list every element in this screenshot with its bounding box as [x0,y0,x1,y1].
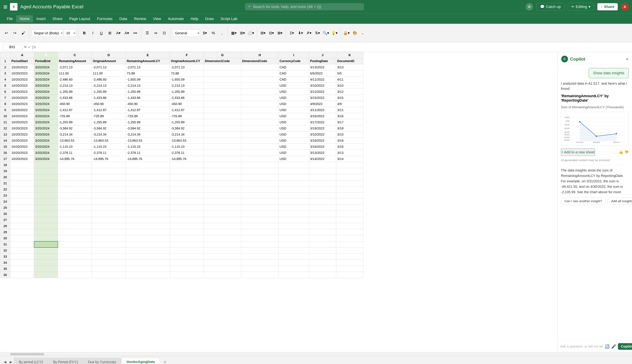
cell-D33[interactable] [92,254,126,260]
cell-D22[interactable] [92,186,126,192]
cell-B15[interactable]: 3/20/2024 [34,144,58,150]
cell-D4[interactable]: -2,486.60 [92,76,126,82]
cell-D14[interactable]: -13,863.53 [92,138,126,144]
cell-I7[interactable]: USD [279,95,309,101]
cell-A14[interactable]: 10/20/2023 [10,138,34,144]
cell-G7[interactable] [204,95,241,101]
cell-E26[interactable] [126,211,170,217]
cell-C2[interactable]: -2,071.13 [58,64,92,70]
cell-B25[interactable] [34,205,58,211]
cell-D24[interactable] [92,198,126,205]
col-header-g[interactable]: G [204,52,241,58]
cell-D23[interactable] [92,192,126,198]
cell-B6[interactable]: 3/20/2024 [34,89,58,95]
cell-G19[interactable] [204,168,241,174]
cell-D36[interactable] [92,272,126,278]
cell-styles-btn[interactable]: ⬜▾ [247,30,254,37]
cell-G15[interactable] [204,144,241,150]
cell-B16[interactable]: 3/20/2024 [34,150,58,156]
cell-J28[interactable] [309,223,336,229]
cell-I36[interactable] [279,272,309,278]
cell-F28[interactable] [170,223,204,229]
settings-icon[interactable]: ⚙ [526,3,533,10]
cell-H29[interactable] [241,229,279,235]
cell-B23[interactable] [34,192,58,198]
cell-K23[interactable] [336,192,363,198]
cell-C22[interactable] [58,186,92,192]
cell-C34[interactable] [58,260,92,266]
menu-draw[interactable]: Draw [202,15,217,22]
cell-J5[interactable]: 3/10/2022 [309,82,336,89]
cell-D8[interactable]: -450.90 [92,101,126,107]
cell-A35[interactable] [10,266,34,272]
cell-A32[interactable] [10,248,34,254]
cell-B33[interactable] [34,254,58,260]
cell-C4[interactable]: -2,486.60 [58,76,92,82]
cell-A24[interactable] [10,198,34,205]
cell-J18[interactable] [309,162,336,168]
cell-H22[interactable] [241,186,279,192]
cell-C25[interactable] [58,205,92,211]
cell-K33[interactable] [336,254,363,260]
redo-btn[interactable]: ↪ [11,30,18,37]
header-cell-f1[interactable]: OriginalAmountLCY [170,58,204,64]
number-format-select[interactable]: General [173,30,200,37]
fill-color-btn[interactable]: A▾ [115,30,122,37]
cell-D15[interactable]: -1,115.23 [92,144,126,150]
search-input[interactable] [253,4,360,9]
ideas-btn[interactable]: 💡▾ [331,30,338,37]
cell-G20[interactable] [204,174,241,180]
cell-K28[interactable] [336,223,363,229]
cell-K2[interactable]: 3/13 [336,64,363,70]
cell-I14[interactable]: USD [279,138,309,144]
cell-C31[interactable] [58,241,92,248]
cell-F12[interactable]: -3,584.92 [170,125,204,132]
cell-I5[interactable]: USD [279,82,309,89]
cell-E21[interactable] [126,180,170,186]
col-header-f[interactable]: F [170,52,204,58]
cell-I31[interactable] [279,241,309,248]
cell-K7[interactable]: 3/15 [336,95,363,101]
cell-E34[interactable] [126,260,170,266]
cell-F3[interactable]: 73.88 [170,70,204,76]
cell-K14[interactable]: 3/16 [336,138,363,144]
col-header-c[interactable]: C [58,52,92,58]
catchup-button[interactable]: 💬 Catch up [536,3,564,10]
cell-A4[interactable]: 10/20/2023 [10,76,34,82]
cell-H17[interactable] [241,156,279,162]
cell-D31[interactable] [92,241,126,248]
cell-E19[interactable] [126,168,170,174]
col-header-h[interactable]: H [241,52,279,58]
cell-G16[interactable] [204,150,241,156]
cell-I16[interactable]: USD [279,150,309,156]
cell-F7[interactable]: -1,433.86 [170,95,204,101]
cell-E13[interactable]: -3,214.34 [126,132,170,138]
cell-D28[interactable] [92,223,126,229]
microphone-icon[interactable]: 🎤 [611,344,616,349]
font-color-btn[interactable]: A▾ [123,30,130,37]
cell-I24[interactable] [279,198,309,205]
cell-K25[interactable] [336,205,363,211]
cell-A5[interactable]: 10/20/2023 [10,82,34,89]
cell-I27[interactable] [279,217,309,223]
cell-F6[interactable]: -1,255.89 [170,89,204,95]
app-grid-icon[interactable]: ⊞ [4,4,7,10]
menu-formulas[interactable]: Formulas [94,15,116,22]
cell-H31[interactable] [241,241,279,248]
cell-A26[interactable] [10,211,34,217]
cell-B18[interactable] [34,162,58,168]
cell-K29[interactable] [336,229,363,235]
cell-F26[interactable] [170,211,204,217]
cell-B32[interactable] [34,248,58,254]
cell-E5[interactable]: -2,214.13 [126,82,170,89]
cell-E24[interactable] [126,198,170,205]
cell-J31[interactable] [309,241,336,248]
cell-G11[interactable] [204,119,241,125]
cell-G13[interactable] [204,132,241,138]
cell-C14[interactable]: -13,863.53 [58,138,92,144]
thumbs-down-icon[interactable]: 👎 [624,150,628,154]
cell-E31[interactable] [126,241,170,248]
cell-B35[interactable] [34,266,58,272]
cell-D32[interactable] [92,248,126,254]
cell-E6[interactable]: -1,255.89 [126,89,170,95]
